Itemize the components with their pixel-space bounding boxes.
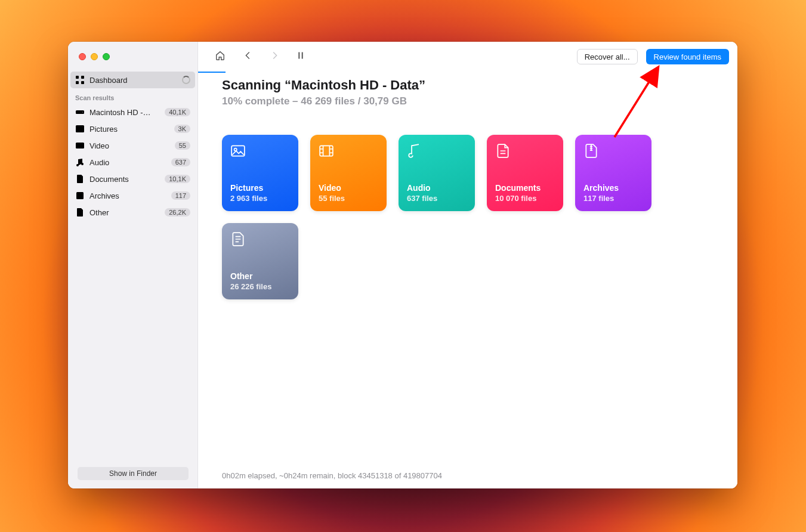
svg-rect-6 bbox=[76, 125, 84, 132]
sidebar-item-video[interactable]: Video 55 bbox=[70, 137, 195, 154]
card-title: Pictures bbox=[230, 183, 290, 193]
svg-point-5 bbox=[82, 112, 84, 113]
scan-subtitle: 10% complete – 46 269 files / 30,79 GB bbox=[222, 95, 714, 107]
app-window: Dashboard Scan results Macintosh HD -… 4… bbox=[68, 42, 737, 488]
card-other[interactable]: Other 26 226 files bbox=[222, 223, 298, 299]
window-close-button[interactable] bbox=[79, 53, 86, 60]
content-area: Scanning “Macintosh HD - Data” 10% compl… bbox=[198, 72, 737, 488]
card-subtitle: 117 files bbox=[583, 194, 643, 203]
count-badge: 55 bbox=[175, 141, 190, 150]
zip-icon bbox=[583, 143, 599, 159]
file-icon bbox=[230, 231, 246, 247]
grid-icon bbox=[75, 75, 85, 85]
card-pictures[interactable]: Pictures 2 963 files bbox=[222, 135, 298, 211]
film-icon bbox=[319, 143, 334, 159]
sidebar: Dashboard Scan results Macintosh HD -… 4… bbox=[68, 42, 198, 488]
sidebar-item-label: Archives bbox=[89, 191, 166, 200]
window-minimize-button[interactable] bbox=[91, 53, 98, 60]
sidebar-item-audio[interactable]: Audio 637 bbox=[70, 154, 195, 171]
sidebar-item-label: Pictures bbox=[89, 125, 169, 134]
svg-rect-11 bbox=[231, 146, 245, 156]
card-video[interactable]: Video 55 files bbox=[310, 135, 387, 211]
sidebar-item-archives[interactable]: Archives 117 bbox=[70, 187, 195, 204]
main-panel: Recover all... Review found items Scanni… bbox=[198, 42, 737, 488]
pause-scan-button[interactable] bbox=[289, 47, 313, 67]
count-badge: 40,1K bbox=[165, 108, 190, 116]
card-title: Audio bbox=[407, 183, 467, 193]
picture-icon bbox=[75, 124, 85, 134]
chevron-left-icon bbox=[243, 50, 254, 63]
count-badge: 10,1K bbox=[165, 175, 190, 183]
nav-forward-button[interactable] bbox=[263, 47, 286, 67]
card-title: Video bbox=[319, 183, 378, 193]
archive-icon bbox=[75, 191, 85, 200]
svg-rect-0 bbox=[76, 76, 79, 79]
svg-rect-13 bbox=[320, 146, 333, 156]
svg-rect-2 bbox=[76, 81, 79, 84]
card-subtitle: 55 files bbox=[319, 194, 378, 203]
sidebar-item-label: Other bbox=[89, 208, 160, 217]
card-title: Archives bbox=[583, 183, 643, 193]
drive-icon bbox=[75, 107, 85, 117]
card-archives[interactable]: Archives 117 files bbox=[575, 135, 651, 211]
svg-point-7 bbox=[78, 127, 79, 129]
scan-title: Scanning “Macintosh HD - Data” bbox=[222, 78, 714, 93]
sidebar-item-other[interactable]: Other 26,2K bbox=[70, 204, 195, 221]
review-found-items-button[interactable]: Review found items bbox=[646, 49, 729, 64]
document-icon bbox=[495, 143, 511, 159]
count-badge: 117 bbox=[171, 191, 190, 200]
chevron-right-icon bbox=[269, 50, 280, 63]
svg-rect-1 bbox=[81, 76, 84, 79]
sidebar-item-label: Audio bbox=[89, 158, 166, 167]
card-documents[interactable]: Documents 10 070 files bbox=[487, 135, 563, 211]
recover-all-button[interactable]: Recover all... bbox=[577, 49, 638, 64]
music-note-icon bbox=[75, 157, 85, 167]
sidebar-item-label: Dashboard bbox=[89, 76, 177, 85]
count-badge: 26,2K bbox=[165, 208, 190, 216]
sidebar-item-label: Video bbox=[89, 141, 170, 150]
window-traffic-lights bbox=[68, 42, 197, 72]
card-subtitle: 26 226 files bbox=[230, 282, 290, 291]
card-subtitle: 10 070 files bbox=[495, 194, 555, 203]
card-title: Other bbox=[230, 271, 290, 281]
show-in-finder-button[interactable]: Show in Finder bbox=[78, 467, 189, 480]
sidebar-item-label: Documents bbox=[89, 175, 160, 184]
file-icon bbox=[75, 208, 85, 217]
nav-back-button[interactable] bbox=[236, 47, 260, 67]
count-badge: 3K bbox=[174, 125, 190, 133]
svg-rect-3 bbox=[81, 81, 84, 84]
count-badge: 637 bbox=[171, 158, 190, 166]
card-title: Documents bbox=[495, 183, 555, 193]
window-zoom-button[interactable] bbox=[103, 53, 110, 60]
video-icon bbox=[75, 141, 85, 150]
music-note-icon bbox=[407, 143, 422, 159]
sidebar-item-dashboard[interactable]: Dashboard bbox=[70, 72, 195, 88]
sidebar-item-documents[interactable]: Documents 10,1K bbox=[70, 171, 195, 187]
document-icon bbox=[75, 174, 85, 184]
sidebar-footer: Show in Finder bbox=[68, 462, 197, 488]
card-subtitle: 637 files bbox=[407, 194, 467, 203]
home-icon bbox=[215, 50, 226, 63]
loading-spinner-icon bbox=[182, 76, 190, 84]
status-bar: 0h02m elapsed, ~0h24m remain, block 4345… bbox=[222, 471, 442, 480]
card-audio[interactable]: Audio 637 files bbox=[399, 135, 475, 211]
svg-point-9 bbox=[81, 163, 84, 165]
card-subtitle: 2 963 files bbox=[230, 194, 290, 203]
toolbar: Recover all... Review found items bbox=[198, 42, 737, 72]
sidebar-item-pictures[interactable]: Pictures 3K bbox=[70, 120, 195, 137]
picture-icon bbox=[230, 143, 246, 159]
active-tab-indicator bbox=[198, 72, 226, 73]
category-cards: Pictures 2 963 files Video 55 files Audi… bbox=[222, 135, 714, 299]
pause-icon bbox=[295, 50, 306, 63]
tab-home[interactable] bbox=[206, 47, 234, 67]
svg-rect-8 bbox=[76, 143, 84, 149]
sidebar-item-label: Macintosh HD -… bbox=[89, 108, 160, 117]
svg-rect-10 bbox=[76, 192, 84, 199]
sidebar-section-title: Scan results bbox=[68, 88, 197, 104]
sidebar-item-drive[interactable]: Macintosh HD -… 40,1K bbox=[70, 104, 195, 120]
